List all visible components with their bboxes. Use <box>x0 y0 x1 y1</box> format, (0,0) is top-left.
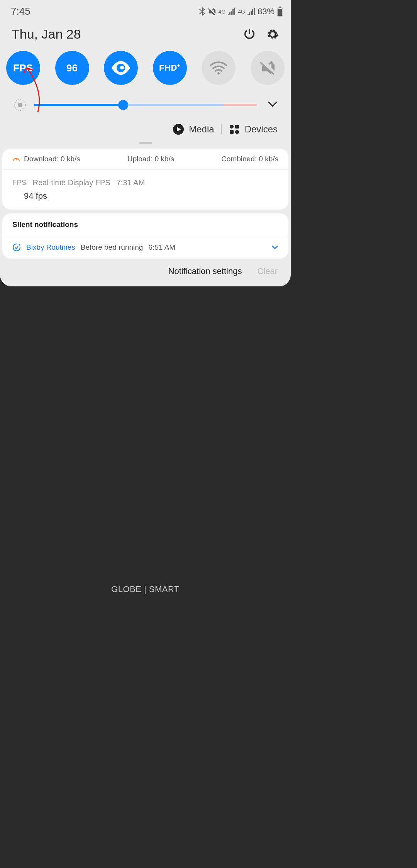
qs-resolution[interactable]: FHD+ <box>153 51 187 85</box>
notification-settings-button[interactable]: Notification settings <box>168 266 242 276</box>
fps-app-tag: FPS <box>12 179 27 187</box>
expand-panel-chevron[interactable] <box>268 101 278 109</box>
notification-shade: 7:45 4G 4G 83% Thu, Jan 28 FPS 96 FHD+ <box>0 0 291 286</box>
bixby-notification[interactable]: Bixby Routines Before bed running 6:51 A… <box>2 236 288 259</box>
mute-icon <box>208 8 216 15</box>
brightness-row <box>0 98 291 112</box>
media-button[interactable]: Media <box>173 124 214 135</box>
network-fps-card[interactable]: Download: 0 kb/s Upload: 0 kb/s Combined… <box>2 149 288 210</box>
devices-grid-icon <box>229 124 240 135</box>
fps-notif-title: Real-time Display FPS <box>33 178 110 187</box>
notifications-area: Download: 0 kb/s Upload: 0 kb/s Combined… <box>0 149 291 259</box>
status-time: 7:45 <box>11 5 31 17</box>
routine-check-icon <box>12 243 21 252</box>
shade-footer: Notification settings Clear <box>0 259 291 286</box>
devices-button[interactable]: Devices <box>229 124 278 135</box>
eye-icon <box>111 61 131 75</box>
chevron-down-icon <box>271 245 278 250</box>
date-text[interactable]: Thu, Jan 28 <box>12 27 81 42</box>
signal1-icon <box>228 8 236 15</box>
status-icons: 4G 4G 83% <box>198 7 283 17</box>
bixby-desc: Before bed running <box>81 243 143 252</box>
battery-pct: 83% <box>258 7 275 17</box>
qs-wifi[interactable] <box>202 51 236 85</box>
silent-notifications-header: Silent notifications <box>2 213 288 236</box>
chevron-down-icon <box>268 101 278 107</box>
svg-rect-2 <box>278 9 282 16</box>
bixby-app-name: Bixby Routines <box>26 243 75 252</box>
svg-point-3 <box>120 66 124 69</box>
battery-icon <box>277 7 283 17</box>
date-row: Thu, Jan 28 <box>0 20 291 51</box>
signal2-icon <box>247 8 255 15</box>
svg-point-11 <box>235 130 239 134</box>
silent-section: Silent notifications Bixby Routines Befo… <box>2 213 288 259</box>
speaker-mute-icon <box>259 60 276 76</box>
wifi-icon <box>209 61 228 75</box>
play-circle-icon <box>173 124 184 135</box>
status-bar: 7:45 4G 4G 83% <box>0 0 291 20</box>
qs-fps[interactable]: FPS <box>6 51 40 85</box>
brightness-icon <box>13 98 27 112</box>
brightness-slider[interactable] <box>34 103 257 107</box>
combined-speed: Combined: 0 kb/s <box>221 155 278 163</box>
net1-label: 4G <box>219 8 226 15</box>
svg-rect-9 <box>235 125 239 129</box>
brightness-thumb[interactable] <box>118 100 128 110</box>
svg-point-8 <box>230 125 234 129</box>
upload-speed: Upload: 0 kb/s <box>127 155 174 163</box>
qs-eye-comfort[interactable] <box>104 51 138 85</box>
bluetooth-icon <box>198 7 205 16</box>
bixby-expand[interactable] <box>271 243 278 252</box>
divider <box>221 124 222 135</box>
quick-settings-row: FPS 96 FHD+ <box>0 51 291 85</box>
speedometer-icon <box>12 156 20 162</box>
bixby-time: 6:51 AM <box>148 243 175 252</box>
svg-rect-10 <box>230 130 234 134</box>
qs-sound[interactable] <box>251 51 285 85</box>
fps-notif-header: FPS Real-time Display FPS 7:31 AM <box>2 170 288 191</box>
svg-point-5 <box>18 103 22 107</box>
fps-value: 94 fps <box>2 191 288 210</box>
drag-handle[interactable] <box>139 142 152 144</box>
network-speed-row: Download: 0 kb/s Upload: 0 kb/s Combined… <box>2 149 288 170</box>
settings-gear-icon[interactable] <box>266 28 279 41</box>
carrier-label: GLOBE | SMART <box>0 584 291 594</box>
media-devices-row: Media Devices <box>0 124 291 142</box>
svg-point-4 <box>217 72 220 74</box>
clear-button[interactable]: Clear <box>257 266 278 276</box>
net2-label: 4G <box>238 8 245 15</box>
fps-notif-time: 7:31 AM <box>117 178 145 187</box>
power-icon[interactable] <box>243 28 256 41</box>
qs-refresh-rate[interactable]: 96 <box>55 51 89 85</box>
